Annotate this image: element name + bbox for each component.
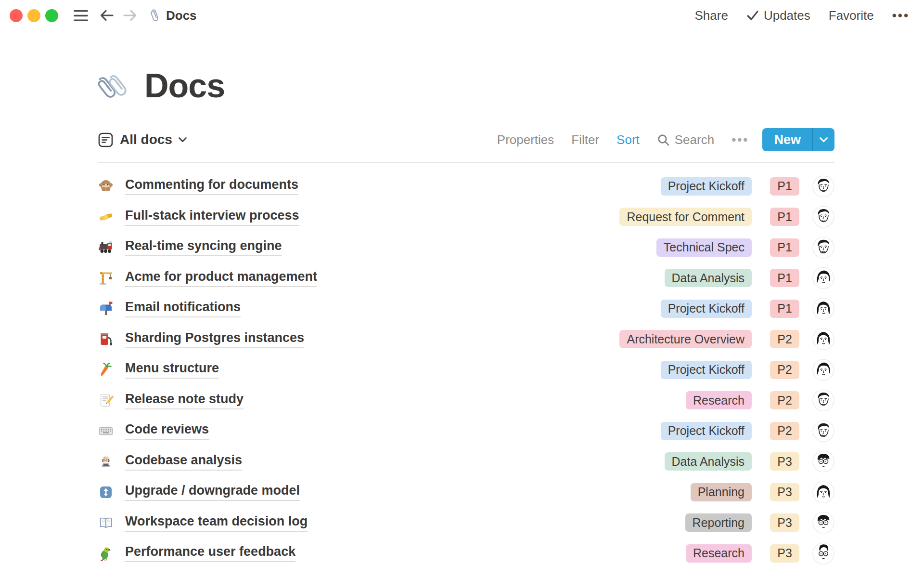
locomotive-icon [98, 240, 114, 255]
parrot-icon [98, 546, 114, 561]
back-arrow-icon[interactable] [100, 9, 114, 22]
priority-badge: P1 [770, 300, 799, 318]
share-button[interactable]: Share [695, 8, 728, 23]
paperclip-icon [149, 9, 160, 22]
doc-title[interactable]: Release note study [125, 392, 244, 409]
updates-button[interactable]: Updates [746, 8, 810, 23]
avatar [812, 450, 834, 473]
doc-title[interactable]: Sharding Postgres instances [125, 330, 304, 348]
chevron-down-icon [178, 137, 187, 143]
view-label: All docs [120, 132, 172, 147]
carrot-icon [98, 362, 114, 378]
memo-icon [98, 393, 114, 408]
updates-label: Updates [764, 8, 810, 23]
favorite-button[interactable]: Favorite [829, 8, 874, 23]
traffic-lights [10, 9, 58, 22]
new-button[interactable]: New [762, 128, 812, 151]
toolbar-actions: Properties Filter Sort Search ••• New [480, 128, 834, 151]
forward-arrow-icon[interactable] [123, 9, 137, 22]
doc-row[interactable]: Real-time syncing engine Technical Spec … [98, 232, 834, 263]
window-more-button[interactable]: ••• [892, 9, 910, 22]
linked-paperclips-icon[interactable] [98, 68, 134, 104]
window-title: Docs [166, 8, 197, 23]
zoom-window-button[interactable] [45, 9, 58, 22]
avatar [812, 236, 834, 259]
docs-page: Docs All docs Properties Filter Sort Sea… [0, 62, 924, 569]
chevron-down-icon [819, 137, 828, 143]
search-button[interactable]: Search [657, 132, 714, 147]
search-label: Search [675, 132, 714, 147]
category-badge: Project Kickoff [661, 177, 752, 196]
avatar [812, 512, 834, 534]
toolbar-more-button[interactable]: ••• [732, 133, 749, 146]
avatar [812, 481, 834, 503]
doc-row[interactable]: Codebase analysis Data Analysis P3 [98, 447, 834, 477]
docs-list: Commenting for documents Project Kickoff… [98, 171, 834, 569]
doc-row[interactable]: Code reviews Project Kickoff P2 [98, 416, 834, 447]
doc-row[interactable]: Full-stack interview process Request for… [98, 202, 834, 233]
doc-title[interactable]: Upgrade / downgrade model [125, 483, 300, 501]
handshake-icon [98, 209, 114, 224]
doc-row[interactable]: Sharding Postgres instances Architecture… [98, 324, 834, 355]
keyboard-icon [98, 423, 114, 439]
priority-badge: P3 [770, 513, 799, 532]
doc-row[interactable]: Release note study Research P2 [98, 385, 834, 416]
fuel-pump-icon [98, 331, 114, 347]
toolbar: All docs Properties Filter Sort Search •… [98, 128, 834, 151]
doc-row[interactable]: Acme for product management Data Analysi… [98, 263, 834, 294]
new-button-group: New [762, 128, 834, 151]
category-badge: Research [686, 391, 752, 409]
priority-badge: P1 [770, 177, 799, 196]
view-switcher[interactable]: All docs [98, 132, 187, 147]
doc-title[interactable]: Performance user feedback [125, 544, 295, 562]
priority-badge: P1 [770, 208, 799, 226]
doc-title[interactable]: Menu structure [125, 361, 219, 379]
category-badge: Architecture Overview [619, 330, 752, 348]
sidebar-menu-icon[interactable] [74, 10, 88, 22]
titlebar-actions: Share Updates Favorite ••• [677, 8, 910, 23]
speak-no-evil-monkey-icon [98, 179, 114, 194]
category-badge: Data Analysis [665, 269, 752, 287]
search-icon [657, 133, 670, 146]
doc-row[interactable]: Commenting for documents Project Kickoff… [98, 171, 834, 202]
avatar [812, 175, 834, 197]
close-window-button[interactable] [10, 9, 23, 22]
avatar [812, 267, 834, 289]
doc-title[interactable]: Commenting for documents [125, 177, 298, 195]
priority-badge: P1 [770, 269, 799, 287]
doc-row[interactable]: Upgrade / downgrade model Planning P3 [98, 477, 834, 508]
building-construction-icon [98, 270, 114, 286]
toolbar-divider [98, 162, 834, 163]
category-badge: Technical Spec [656, 238, 752, 257]
category-badge: Reporting [685, 513, 752, 532]
category-badge: Request for Comment [619, 208, 752, 226]
doc-list-icon [98, 132, 113, 147]
up-down-arrow-icon [98, 485, 114, 500]
minimize-window-button[interactable] [27, 9, 40, 22]
category-badge: Planning [691, 483, 752, 501]
doc-title[interactable]: Full-stack interview process [125, 208, 299, 226]
doc-title[interactable]: Code reviews [125, 422, 209, 440]
sort-button[interactable]: Sort [616, 132, 640, 147]
priority-badge: P2 [770, 422, 799, 440]
doc-row[interactable]: Performance user feedback Research P3 [98, 538, 834, 569]
avatar [812, 420, 834, 442]
avatar [812, 328, 834, 350]
doc-title[interactable]: Acme for product management [125, 269, 317, 287]
avatar [812, 206, 834, 228]
doc-title[interactable]: Real-time syncing engine [125, 238, 282, 256]
doc-row[interactable]: Workspace team decision log Reporting P3 [98, 508, 834, 539]
doc-title[interactable]: Codebase analysis [125, 453, 242, 471]
doc-row[interactable]: Menu structure Project Kickoff P2 [98, 355, 834, 385]
filter-button[interactable]: Filter [571, 132, 599, 147]
properties-button[interactable]: Properties [497, 132, 554, 147]
doc-title[interactable]: Workspace team decision log [125, 514, 308, 532]
category-badge: Project Kickoff [661, 361, 752, 379]
doc-title[interactable]: Email notifications [125, 300, 241, 317]
checkmark-icon [746, 10, 759, 21]
new-dropdown-button[interactable] [812, 128, 834, 151]
doc-row[interactable]: Email notifications Project Kickoff P1 [98, 293, 834, 324]
priority-badge: P2 [770, 330, 799, 348]
category-badge: Project Kickoff [661, 300, 752, 318]
mailbox-icon [98, 301, 114, 316]
